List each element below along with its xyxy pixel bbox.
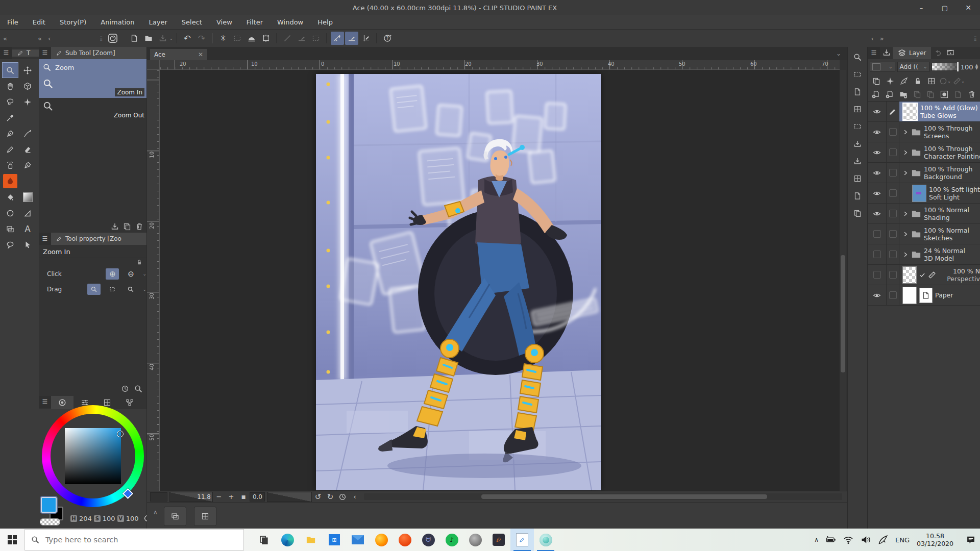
delete-button[interactable]: ✳ — [216, 32, 230, 45]
layer-row-3d-model[interactable]: 24 % Normal3D Model — [868, 244, 980, 265]
move-tool[interactable] — [19, 62, 36, 78]
drag-marquee-zoom-button[interactable] — [106, 284, 119, 295]
sv-cursor[interactable] — [117, 431, 123, 437]
transfer-down-icon[interactable] — [911, 89, 923, 100]
layer-checkbox[interactable] — [887, 163, 899, 183]
save-dropdown-icon[interactable]: ⌄ — [169, 36, 173, 41]
sub-view-palette-icon[interactable] — [852, 87, 863, 97]
information-palette-icon[interactable] — [852, 191, 863, 201]
layer-search-icon[interactable] — [880, 47, 893, 58]
deselect-button[interactable] — [231, 32, 244, 45]
save-button[interactable] — [156, 32, 169, 45]
minimize-button[interactable]: – — [910, 0, 933, 15]
menu-story[interactable]: Story(P) — [60, 18, 86, 26]
zoom-in-mode-button[interactable]: ⊕ — [106, 268, 119, 280]
layer-thumbnail[interactable] — [902, 103, 918, 121]
lock-layer-icon[interactable] — [911, 76, 924, 87]
clip-studio-app-icon[interactable] — [487, 529, 510, 551]
color-panel-menu-icon[interactable]: ☰ — [39, 396, 51, 408]
drag-dropdown-icon[interactable]: ⌄ — [142, 287, 146, 292]
spotify-icon[interactable]: ♪ — [440, 529, 463, 551]
document-tab[interactable]: Ace ✕ — [150, 49, 207, 60]
layer-row-shading[interactable]: 100 % NormalShading — [868, 204, 980, 224]
polyline-tool[interactable] — [19, 205, 36, 221]
operation-3d-tool[interactable] — [19, 78, 36, 94]
collapse-left-icon[interactable]: « — [0, 35, 10, 42]
folder-expand-icon[interactable] — [902, 149, 909, 156]
clip-studio-logo-button[interactable] — [106, 32, 119, 45]
quick-access-icon[interactable] — [852, 52, 863, 62]
menu-layer[interactable]: Layer — [149, 18, 167, 26]
layer-row-character-painting[interactable]: 100 % ThroughCharacter Painting — [868, 142, 980, 163]
item-bank-palette-icon[interactable] — [852, 104, 863, 114]
navigator-button[interactable] — [150, 492, 167, 502]
taskbar-search[interactable] — [24, 529, 244, 550]
file-explorer-icon[interactable] — [299, 529, 323, 551]
volume-icon[interactable] — [861, 535, 871, 545]
layer-thumbnail[interactable] — [912, 185, 926, 202]
delete-sub-tool-icon[interactable] — [135, 222, 143, 231]
sub-tool-group-zoom[interactable]: Zoom — [39, 59, 146, 76]
blend-preset-dropdown[interactable]: ⌄ — [870, 62, 895, 72]
brave-icon[interactable] — [393, 529, 416, 551]
menu-animation[interactable]: Animation — [101, 18, 134, 26]
layer-checkbox[interactable] — [887, 285, 899, 305]
pen-settings-icon[interactable] — [878, 535, 888, 545]
set-as-draft-icon[interactable] — [884, 76, 896, 87]
transparent-color-swatch[interactable] — [40, 518, 60, 525]
ruler-range-icon[interactable]: ⌄ — [952, 76, 965, 87]
fill-tool[interactable] — [2, 189, 18, 205]
history-palette-icon[interactable] — [852, 121, 863, 132]
new-vector-layer-icon[interactable] — [884, 89, 896, 100]
vertical-scroll-thumb[interactable] — [841, 255, 845, 372]
clip-to-layer-below-icon[interactable] — [870, 76, 883, 87]
dock-prev-icon[interactable]: ‹ — [868, 35, 877, 42]
wifi-icon[interactable] — [843, 535, 853, 545]
edge-icon[interactable] — [276, 529, 299, 551]
rotate-right-icon[interactable]: ↻ — [324, 492, 336, 502]
menu-file[interactable]: File — [7, 18, 18, 26]
canvas-viewport[interactable] — [160, 70, 840, 491]
show-all-settings-icon[interactable] — [134, 385, 142, 393]
right-dock-handle[interactable]: ⁞⁞ — [974, 35, 976, 42]
delete-layer-icon[interactable] — [965, 89, 978, 100]
folder-expand-icon[interactable] — [902, 231, 909, 237]
gradient-tool[interactable] — [19, 189, 36, 205]
canvas-horizontal-scrollbar[interactable] — [364, 493, 842, 500]
reset-view-icon[interactable]: ‹ — [349, 492, 361, 502]
layer-checkbox[interactable] — [887, 122, 899, 142]
workspace-layout-button[interactable] — [164, 507, 186, 526]
layer-checkbox[interactable] — [887, 183, 899, 203]
text-tool[interactable]: A — [19, 221, 36, 237]
enable-mask-icon[interactable]: ⌄ — [939, 76, 951, 87]
layer-property-palette-icon[interactable] — [852, 208, 863, 218]
microsoft-store-icon[interactable]: ⊞ — [323, 529, 346, 551]
layer-checkbox[interactable] — [887, 142, 899, 162]
selection-marquee-button[interactable] — [309, 32, 323, 45]
layer-panel-menu-icon[interactable]: ☰ — [868, 47, 880, 59]
drag-smooth-zoom-button[interactable] — [124, 284, 137, 295]
gimp-icon[interactable] — [463, 529, 487, 551]
object-tool[interactable] — [19, 237, 36, 253]
snap-to-grid-button[interactable] — [359, 32, 373, 45]
balloon-tool[interactable] — [2, 237, 18, 253]
open-file-button[interactable] — [142, 32, 155, 45]
figure-tool[interactable] — [2, 205, 18, 221]
panel-collapse-icon[interactable]: « — [35, 35, 45, 42]
drag-zoom-button[interactable] — [87, 284, 101, 295]
layer-row-paper[interactable]: Paper — [868, 285, 980, 306]
layer-checkbox[interactable] — [887, 244, 899, 264]
click-dropdown-icon[interactable]: ⌄ — [142, 271, 146, 277]
layer-thumbnail[interactable] — [902, 266, 917, 284]
zoom-in-icon[interactable]: + — [225, 492, 237, 502]
frame-border-tool[interactable] — [2, 221, 18, 237]
tray-chevron-icon[interactable]: ∧ — [814, 536, 819, 543]
airbrush-tool[interactable] — [2, 157, 18, 173]
layer-row-sketches[interactable]: 100 % NormalSketches — [868, 224, 980, 244]
menu-select[interactable]: Select — [182, 18, 202, 26]
layer-checkbox[interactable] — [887, 265, 899, 285]
layer-row-background[interactable]: 100 % ThroughBackground — [868, 163, 980, 183]
tool-panel-menu-icon[interactable]: ☰ — [0, 47, 12, 59]
document-close-icon[interactable]: ✕ — [198, 51, 203, 58]
folder-expand-icon[interactable] — [902, 211, 909, 217]
